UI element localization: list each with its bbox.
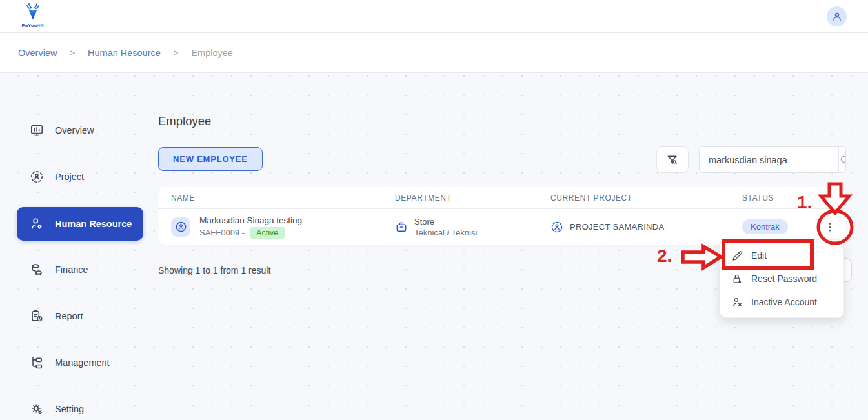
menu-item-label: Inactive Account	[751, 297, 817, 307]
brand-name: PaYouHR	[18, 23, 48, 28]
breadcrumb-employee: Employee	[191, 48, 232, 58]
active-status-badge: Active	[250, 227, 285, 239]
kontrak-status-badge: Kontrak	[742, 219, 788, 234]
breadcrumb-human-resource[interactable]: Human Resource	[88, 48, 161, 58]
lock-gear-icon	[731, 273, 743, 285]
column-header-status: STATUS	[742, 194, 816, 203]
row-actions-menu: Edit Reset Password Inactive Account	[720, 239, 844, 318]
sidebar-label: Human Resource	[55, 219, 132, 229]
search-input[interactable]	[700, 147, 838, 172]
page-title: Employee	[158, 114, 211, 128]
sidebar-item-management[interactable]: Management	[17, 346, 143, 379]
column-header-name: NAME	[171, 194, 395, 203]
sidebar-item-overview[interactable]: Overview	[17, 114, 143, 147]
menu-item-edit[interactable]: Edit	[720, 244, 843, 267]
column-header-department: DEPARTMENT	[395, 194, 550, 203]
sidebar-item-project[interactable]: Project	[17, 160, 143, 194]
project-target-icon	[550, 221, 563, 234]
menu-item-label: Reset Password	[751, 274, 817, 284]
sidebar-label: Setting	[55, 404, 84, 414]
table-header-row: NAME DEPARTMENT CURRENT PROJECT STATUS	[158, 187, 846, 209]
breadcrumb-overview[interactable]: Overview	[18, 48, 57, 58]
gear-icon	[29, 401, 45, 417]
new-employee-button[interactable]: NEW EMPLOYEE	[158, 147, 263, 171]
top-bar: PaYouHR	[0, 0, 868, 33]
sidebar-label: Project	[55, 172, 84, 182]
menu-item-label: Edit	[751, 250, 767, 261]
user-avatar-button[interactable]	[827, 6, 847, 26]
breadcrumb: Overview > Human Resource > Employee	[0, 33, 868, 73]
status-cell: Kontrak	[742, 219, 816, 234]
deer-logo-icon	[21, 2, 45, 21]
clipboard-clock-icon	[29, 308, 45, 324]
sidebar-item-setting[interactable]: Setting	[17, 392, 143, 420]
department-cell: Store Teknical / Teknisi	[395, 217, 550, 237]
monitor-icon	[29, 123, 45, 138]
employee-avatar-icon	[171, 217, 190, 237]
tree-icon	[29, 355, 45, 370]
search-submit-button[interactable]	[838, 147, 846, 172]
employee-name-cell: Markusdian Sinaga testing SAFF0009 - Act…	[171, 215, 395, 239]
sidebar-label: Report	[55, 311, 83, 321]
sidebar-item-report[interactable]: Report	[17, 299, 143, 333]
row-actions-menu-button[interactable]	[819, 216, 841, 238]
breadcrumb-separator: >	[174, 48, 179, 57]
coins-icon	[29, 262, 45, 277]
search-icon	[839, 154, 846, 166]
filter-button[interactable]	[656, 146, 689, 173]
project-icon	[29, 169, 45, 185]
project-name: PROJECT SAMARINDA	[570, 222, 664, 232]
person-gear-icon	[29, 216, 45, 232]
column-header-current-project: CURRENT PROJECT	[550, 194, 742, 203]
menu-item-inactive-account[interactable]: Inactive Account	[720, 290, 843, 314]
current-project-cell: PROJECT SAMARINDA	[550, 221, 742, 234]
sidebar-item-finance[interactable]: Finance	[17, 253, 143, 286]
app-logo[interactable]: PaYouHR	[18, 2, 48, 28]
sidebar-label: Overview	[55, 125, 94, 135]
sidebar-label: Finance	[55, 265, 88, 275]
employee-staff-id: SAFF0009 -	[199, 228, 245, 237]
sidebar-label: Management	[55, 357, 110, 368]
briefcase-icon	[395, 221, 408, 234]
sidebar-item-human-resource[interactable]: Human Resource	[17, 207, 143, 241]
person-icon	[831, 11, 843, 23]
search-box	[699, 146, 846, 173]
menu-item-reset-password[interactable]: Reset Password	[720, 267, 843, 290]
person-x-icon	[731, 296, 743, 308]
filter-search-icon	[666, 154, 679, 166]
pencil-icon	[731, 250, 743, 261]
breadcrumb-separator: >	[70, 48, 75, 57]
employee-table: NAME DEPARTMENT CURRENT PROJECT STATUS M…	[158, 187, 846, 245]
department-name: Store	[414, 217, 477, 226]
results-summary: Showing 1 to 1 from 1 result	[158, 265, 270, 275]
department-position: Teknical / Teknisi	[414, 228, 477, 237]
employee-name: Markusdian Sinaga testing	[199, 215, 302, 225]
kebab-menu-icon	[824, 221, 836, 233]
